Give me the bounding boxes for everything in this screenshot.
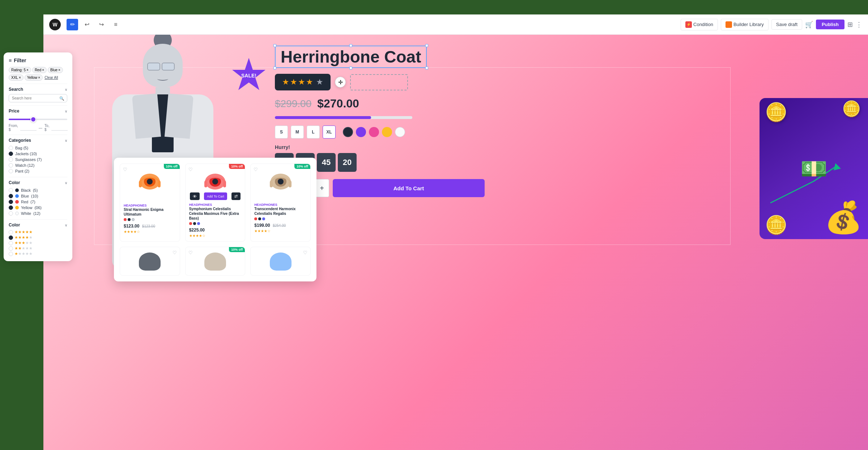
color-blue[interactable]: Blue (10) xyxy=(9,193,67,199)
radio-r1 xyxy=(9,252,13,256)
categories-header[interactable]: Categories ∨ xyxy=(9,138,67,143)
rating-3[interactable]: ★★★★★ xyxy=(9,241,67,245)
handle-tl[interactable] xyxy=(273,44,276,47)
grid-icon[interactable]: ⊞ xyxy=(847,21,853,29)
sale-badge-container: SALE! xyxy=(231,57,267,95)
stars-5: ★★★★★ xyxy=(14,230,33,234)
tag-red-close[interactable]: × xyxy=(42,68,44,72)
more-options-icon[interactable]: ⋮ xyxy=(856,21,862,29)
handle-bl[interactable] xyxy=(273,67,276,69)
tag-red[interactable]: Red × xyxy=(32,67,47,73)
add-to-cart-btn[interactable]: Add To Cart xyxy=(333,179,485,197)
wordpress-logo-icon[interactable]: W xyxy=(49,19,61,30)
dot-color-blue xyxy=(15,194,19,198)
handle-br[interactable] xyxy=(425,67,428,69)
rating-4[interactable]: ★★★★★ xyxy=(9,235,67,240)
size-m[interactable]: M xyxy=(291,126,304,139)
cat-jackets[interactable]: Jackets (10) xyxy=(9,151,67,157)
cat-pant[interactable]: Pant (2) xyxy=(9,168,67,174)
card-1-heart[interactable]: ♡ xyxy=(123,167,127,172)
card-6-image xyxy=(254,251,307,272)
card-2-shuffle-btn[interactable]: ⇄ xyxy=(231,192,241,200)
price-to-input[interactable] xyxy=(51,125,68,131)
color-black[interactable]: Black (5) xyxy=(9,187,67,193)
price-section-header[interactable]: Price ∨ xyxy=(9,109,67,114)
price-dash: — xyxy=(39,126,42,130)
menu-icon-btn[interactable]: ≡ xyxy=(110,19,122,30)
card-2-name: Symphonium Celestialis Celestia Maximus … xyxy=(189,207,242,221)
handle-bc[interactable] xyxy=(349,67,352,69)
radio-yellow xyxy=(9,205,13,210)
price-slider-thumb[interactable] xyxy=(30,116,36,122)
radio-watch xyxy=(9,163,13,167)
product-card-5: 10% off ♡ xyxy=(185,247,246,276)
card-2-category: Headphones xyxy=(189,203,242,207)
color-yellow[interactable]: Yellow (06) xyxy=(9,205,67,211)
quantity-increase-btn[interactable]: + xyxy=(315,179,329,197)
color-swatches xyxy=(343,127,405,137)
tag-rating5-close[interactable]: × xyxy=(26,68,29,72)
card-2-price: $225.00 xyxy=(189,228,205,233)
card-3-heart[interactable]: ♡ xyxy=(254,167,258,172)
search-input[interactable] xyxy=(9,94,67,102)
swatch-white[interactable] xyxy=(395,127,405,137)
edit-icon-btn[interactable]: ✏ xyxy=(67,19,78,30)
color-yellow-label: Yellow xyxy=(21,205,32,210)
card-5-heart[interactable]: ♡ xyxy=(188,250,193,255)
decorative-line-left xyxy=(94,67,94,245)
rating-section-header[interactable]: Color ∨ xyxy=(9,222,67,228)
card-6-heart[interactable]: ♡ xyxy=(303,250,307,255)
swatch-yellow[interactable] xyxy=(382,127,392,137)
product-card-4: ♡ xyxy=(120,247,180,276)
title-container: Herringbone Coat xyxy=(275,46,427,68)
color-section-header[interactable]: Color ∨ xyxy=(9,180,67,185)
svg-point-14 xyxy=(278,179,284,184)
size-l[interactable]: L xyxy=(307,126,320,139)
radio-r3 xyxy=(9,241,13,245)
publish-button[interactable]: Publish xyxy=(816,20,844,29)
tag-yellow[interactable]: Yellow × xyxy=(25,75,43,81)
search-section: Search ∨ 🔍 xyxy=(9,84,67,102)
lapel-left xyxy=(132,93,161,139)
save-draft-button[interactable]: Save draft xyxy=(771,19,802,30)
tag-xxl[interactable]: XXL × xyxy=(9,75,24,81)
builder-library-label: Builder Library xyxy=(733,22,764,27)
card-4-heart[interactable]: ♡ xyxy=(173,250,177,255)
tag-blue[interactable]: Blue × xyxy=(48,67,63,73)
product-grid: 10% off ♡ Headphones Stral Harmonic xyxy=(114,158,316,281)
condition-button[interactable]: ⚡ Condition xyxy=(681,19,718,30)
builder-library-button[interactable]: Builder Library xyxy=(721,19,769,30)
swatch-pink[interactable] xyxy=(369,127,379,137)
clear-all-btn[interactable]: Clear All xyxy=(44,76,58,80)
cat-watch[interactable]: Watch (12) xyxy=(9,162,67,168)
undo-icon-btn[interactable]: ↩ xyxy=(81,19,93,30)
tag-rating5[interactable]: Rating: 5 × xyxy=(9,67,31,73)
cat-bag[interactable]: Bag (5) xyxy=(9,145,67,151)
radio-bag xyxy=(9,146,13,150)
rating-2[interactable]: ★★★★★ xyxy=(9,246,67,251)
search-section-header[interactable]: Search ∨ xyxy=(9,87,67,92)
price-from-input[interactable] xyxy=(20,125,37,131)
tag-blue-close[interactable]: × xyxy=(58,68,60,72)
rating-5[interactable]: ★★★★★ xyxy=(9,230,67,234)
color-red[interactable]: Red (7) xyxy=(9,199,67,205)
move-handle[interactable]: ✛ xyxy=(335,77,346,88)
cart-icon[interactable]: 🛒 xyxy=(805,21,813,29)
handle-tc[interactable] xyxy=(349,44,352,47)
tag-xxl-close[interactable]: × xyxy=(19,76,21,80)
tag-yellow-close[interactable]: × xyxy=(38,76,40,80)
swatch-black[interactable] xyxy=(343,127,353,137)
color-white[interactable]: White (12) xyxy=(9,211,67,216)
card-3-stars: ★★★★☆ xyxy=(254,229,307,233)
swatch-purple[interactable] xyxy=(356,127,366,137)
card-2-cart-btn[interactable]: Add To Cart xyxy=(204,192,227,200)
size-s[interactable]: S xyxy=(275,126,288,139)
cat-sunglasses[interactable]: Sunglasses (7) xyxy=(9,157,67,162)
handle-tr[interactable] xyxy=(425,44,428,47)
rating-1[interactable]: ★★★★★ xyxy=(9,251,67,256)
stars-4: ★★★★★ xyxy=(14,235,33,240)
card-2-eye-btn[interactable]: 👁 xyxy=(190,192,200,200)
size-xl[interactable]: XL xyxy=(323,126,336,139)
redo-icon-btn[interactable]: ↪ xyxy=(95,19,107,30)
glasses-right xyxy=(162,63,175,71)
